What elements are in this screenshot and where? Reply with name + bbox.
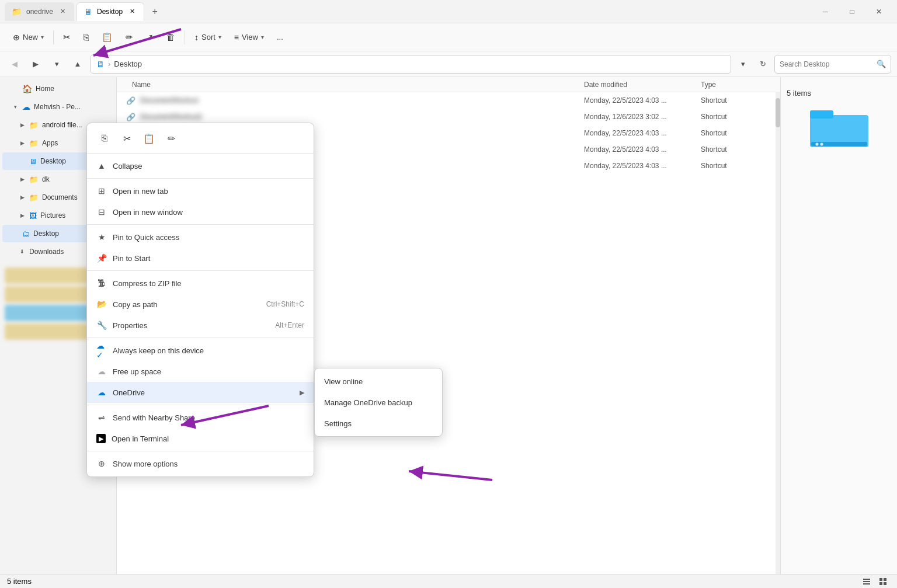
menu-item-properties[interactable]: 🔧 Properties Alt+Enter xyxy=(87,315,314,336)
search-icon: 🔍 xyxy=(877,60,886,68)
up-button[interactable]: ▲ xyxy=(69,55,86,73)
cut-button[interactable]: ✂ xyxy=(57,27,77,48)
menu-item-compress[interactable]: 🗜 Compress to ZIP file xyxy=(87,273,314,294)
submenu-view-online[interactable]: View online xyxy=(315,371,442,392)
sort-icon: ↕ xyxy=(194,33,199,42)
path-label[interactable]: Desktop xyxy=(114,60,142,68)
tab-onedrive-close[interactable]: ✕ xyxy=(58,7,67,16)
menu-item-always-keep[interactable]: ☁✓ Always keep on this device xyxy=(87,340,314,361)
close-button[interactable]: ✕ xyxy=(865,2,892,21)
pin-quick-label: Pin to Quick access xyxy=(113,233,304,242)
col-date[interactable]: Date modified xyxy=(584,81,701,89)
address-path[interactable]: 🖥 › Desktop xyxy=(90,55,731,74)
menu-item-show-more[interactable]: ⊕ Show more options xyxy=(87,453,314,474)
refresh-button[interactable]: ↻ xyxy=(755,56,771,72)
copy-path-shortcut: Ctrl+Shift+C xyxy=(266,300,304,308)
view-icon: ≡ xyxy=(234,33,239,42)
minimize-button[interactable]: ─ xyxy=(812,2,839,21)
share-button[interactable]: ↗ xyxy=(140,27,159,48)
menu-cut-button[interactable]: ✂ xyxy=(116,128,137,149)
nearby-share-label: Send with Nearby Share xyxy=(113,413,304,422)
menu-item-pin-quick[interactable]: ★ Pin to Quick access xyxy=(87,227,314,248)
rename-button[interactable]: ✏ xyxy=(120,27,139,48)
copy-button[interactable]: ⎘ xyxy=(78,27,95,48)
compress-icon: 🗜 xyxy=(96,278,107,288)
items-count: 5 items xyxy=(787,89,811,98)
new-button[interactable]: ⊕ New ▾ xyxy=(7,27,50,48)
menu-item-pin-start[interactable]: 📌 Pin to Start xyxy=(87,248,314,269)
sidebar-item-onedrive[interactable]: ▾ ☁ Mehvish - Pe... xyxy=(2,98,114,116)
menu-item-onedrive[interactable]: ☁ OneDrive ▶ xyxy=(87,382,314,403)
menu-item-open-tab[interactable]: ⊞ Open in new tab xyxy=(87,180,314,201)
tab-onedrive-label: onedrive xyxy=(26,8,53,16)
onedrive-menu-icon: ☁ xyxy=(96,387,107,398)
scroll-thumb[interactable] xyxy=(776,98,780,127)
tab-desktop-close[interactable]: ✕ xyxy=(127,7,137,16)
new-dropdown-icon: ▾ xyxy=(41,34,44,40)
path-sep: › xyxy=(108,60,110,68)
view-online-label: View online xyxy=(324,377,433,386)
menu-item-collapse[interactable]: ▲ Collapse xyxy=(87,155,314,176)
svg-rect-1 xyxy=(810,110,833,119)
terminal-icon: ▶ xyxy=(96,434,106,443)
search-input[interactable] xyxy=(780,60,874,68)
more-button[interactable]: ... xyxy=(271,27,289,48)
tab-desktop[interactable]: 🖥 Desktop ✕ xyxy=(77,2,144,21)
desktop-label: Desktop xyxy=(40,157,66,165)
menu-item-free-space[interactable]: ☁ Free up space xyxy=(87,361,314,382)
svg-rect-11 xyxy=(884,582,886,585)
sidebar-item-home[interactable]: 🏠 Home xyxy=(2,80,114,98)
expand-icon-pics: ▶ xyxy=(19,212,26,219)
copy-icon: ⎘ xyxy=(84,32,89,42)
submenu-manage-backup[interactable]: Manage OneDrive backup xyxy=(315,392,442,413)
tab-onedrive[interactable]: 📁 onedrive ✕ xyxy=(5,2,74,21)
new-tab-button[interactable]: + xyxy=(147,4,163,20)
col-name[interactable]: Name xyxy=(132,81,584,89)
scrollbar[interactable] xyxy=(776,92,780,574)
downloads-label: Downloads xyxy=(29,248,64,256)
menu-item-nearby-share[interactable]: ⇌ Send with Nearby Share xyxy=(87,407,314,428)
menu-item-open-window[interactable]: ⊟ Open in new window xyxy=(87,201,314,222)
menu-item-terminal[interactable]: ▶ Open in Terminal xyxy=(87,428,314,449)
details-panel: 5 items xyxy=(780,77,897,574)
file-type-2: Shortcut xyxy=(701,129,771,137)
address-dropdown[interactable]: ▾ xyxy=(735,56,751,72)
svg-rect-6 xyxy=(863,581,870,582)
delete-button[interactable]: 🗑 xyxy=(161,27,181,48)
forward-button[interactable]: ▶ xyxy=(27,55,44,73)
properties-shortcut: Alt+Enter xyxy=(275,321,304,329)
open-window-label: Open in new window xyxy=(113,208,304,217)
toolbar-sep-1 xyxy=(53,30,54,44)
grid-view-button[interactable] xyxy=(876,576,890,587)
svg-rect-5 xyxy=(863,579,870,580)
always-keep-icon: ☁✓ xyxy=(96,345,107,356)
expand-icon xyxy=(12,85,19,92)
submenu-settings[interactable]: Settings xyxy=(315,413,442,434)
menu-item-copy-path[interactable]: 📂 Copy as path Ctrl+Shift+C xyxy=(87,294,314,315)
documents-label: Documents xyxy=(42,193,78,201)
recent-button[interactable]: ▾ xyxy=(48,55,65,73)
pin-quick-icon: ★ xyxy=(96,232,107,242)
file-type-1: Shortcut xyxy=(701,113,771,121)
col-type[interactable]: Type xyxy=(701,81,771,89)
tab-desktop-label: Desktop xyxy=(97,8,123,16)
view-button[interactable]: ≡ View ▾ xyxy=(228,27,270,48)
manage-backup-label: Manage OneDrive backup xyxy=(324,398,433,407)
sort-button[interactable]: ↕ Sort ▾ xyxy=(189,27,227,48)
menu-paste-button[interactable]: 📋 xyxy=(138,128,159,149)
list-view-button[interactable] xyxy=(860,576,874,587)
paste-button[interactable]: 📋 xyxy=(96,27,119,48)
menu-copy-button[interactable]: ⎘ xyxy=(94,128,115,149)
table-row[interactable]: 🔗 DocumentShortcut Monday, 22/5/2023 4:0… xyxy=(117,92,780,109)
open-tab-icon: ⊞ xyxy=(96,186,107,196)
back-button[interactable]: ◀ xyxy=(6,55,23,73)
menu-rename-button[interactable]: ✏ xyxy=(161,128,182,149)
maximize-button[interactable]: □ xyxy=(839,2,865,21)
file-type-4: Shortcut xyxy=(701,162,771,170)
onedrive-submenu: View online Manage OneDrive backup Setti… xyxy=(314,368,443,437)
new-icon: ⊕ xyxy=(13,33,20,42)
details-folder-icon xyxy=(810,103,868,150)
free-space-label: Free up space xyxy=(113,367,304,376)
desktop-main-label: Desktop xyxy=(33,229,59,238)
open-tab-label: Open in new tab xyxy=(113,187,304,196)
